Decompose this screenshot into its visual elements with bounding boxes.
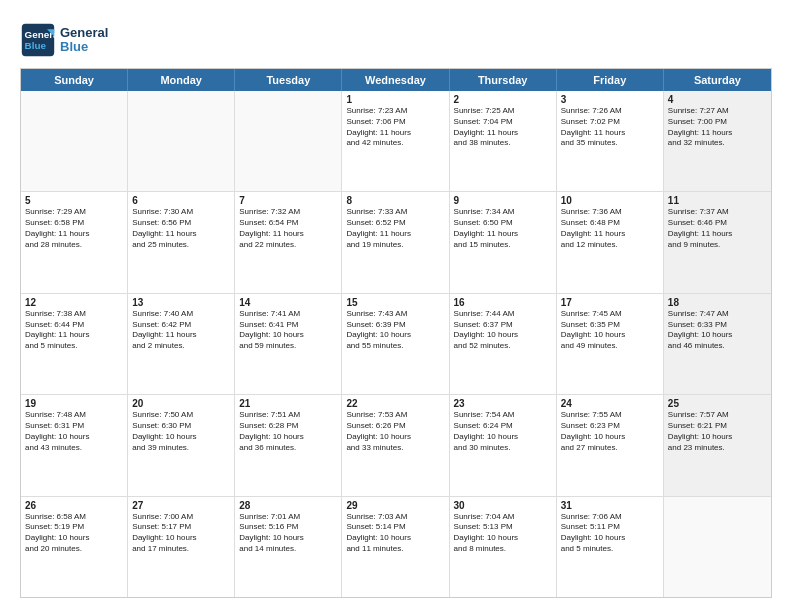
calendar-cell: 3Sunrise: 7:26 AM Sunset: 7:02 PM Daylig… xyxy=(557,91,664,191)
logo: General Blue General Blue xyxy=(20,22,108,58)
calendar-cell: 24Sunrise: 7:55 AM Sunset: 6:23 PM Dayli… xyxy=(557,395,664,495)
header-cell-friday: Friday xyxy=(557,69,664,91)
calendar-cell: 9Sunrise: 7:34 AM Sunset: 6:50 PM Daylig… xyxy=(450,192,557,292)
cell-text: Sunrise: 7:50 AM Sunset: 6:30 PM Dayligh… xyxy=(132,410,230,453)
calendar-cell: 14Sunrise: 7:41 AM Sunset: 6:41 PM Dayli… xyxy=(235,294,342,394)
day-number: 5 xyxy=(25,195,123,206)
cell-text: Sunrise: 7:44 AM Sunset: 6:37 PM Dayligh… xyxy=(454,309,552,352)
day-number: 2 xyxy=(454,94,552,105)
calendar-cell: 22Sunrise: 7:53 AM Sunset: 6:26 PM Dayli… xyxy=(342,395,449,495)
day-number: 23 xyxy=(454,398,552,409)
cell-text: Sunrise: 7:40 AM Sunset: 6:42 PM Dayligh… xyxy=(132,309,230,352)
calendar-cell: 6Sunrise: 7:30 AM Sunset: 6:56 PM Daylig… xyxy=(128,192,235,292)
header-cell-saturday: Saturday xyxy=(664,69,771,91)
header-cell-monday: Monday xyxy=(128,69,235,91)
cell-text: Sunrise: 7:37 AM Sunset: 6:46 PM Dayligh… xyxy=(668,207,767,250)
calendar-cell: 25Sunrise: 7:57 AM Sunset: 6:21 PM Dayli… xyxy=(664,395,771,495)
calendar-cell xyxy=(21,91,128,191)
cell-text: Sunrise: 7:04 AM Sunset: 5:13 PM Dayligh… xyxy=(454,512,552,555)
cell-text: Sunrise: 7:01 AM Sunset: 5:16 PM Dayligh… xyxy=(239,512,337,555)
header-cell-wednesday: Wednesday xyxy=(342,69,449,91)
cell-text: Sunrise: 6:58 AM Sunset: 5:19 PM Dayligh… xyxy=(25,512,123,555)
day-number: 1 xyxy=(346,94,444,105)
cell-text: Sunrise: 7:30 AM Sunset: 6:56 PM Dayligh… xyxy=(132,207,230,250)
logo-icon: General Blue xyxy=(20,22,56,58)
cell-text: Sunrise: 7:57 AM Sunset: 6:21 PM Dayligh… xyxy=(668,410,767,453)
calendar-cell: 12Sunrise: 7:38 AM Sunset: 6:44 PM Dayli… xyxy=(21,294,128,394)
header-cell-thursday: Thursday xyxy=(450,69,557,91)
day-number: 31 xyxy=(561,500,659,511)
calendar-cell: 16Sunrise: 7:44 AM Sunset: 6:37 PM Dayli… xyxy=(450,294,557,394)
calendar-cell: 30Sunrise: 7:04 AM Sunset: 5:13 PM Dayli… xyxy=(450,497,557,597)
day-number: 16 xyxy=(454,297,552,308)
calendar-cell: 17Sunrise: 7:45 AM Sunset: 6:35 PM Dayli… xyxy=(557,294,664,394)
cell-text: Sunrise: 7:43 AM Sunset: 6:39 PM Dayligh… xyxy=(346,309,444,352)
day-number: 15 xyxy=(346,297,444,308)
day-number: 18 xyxy=(668,297,767,308)
cell-text: Sunrise: 7:33 AM Sunset: 6:52 PM Dayligh… xyxy=(346,207,444,250)
calendar-cell: 26Sunrise: 6:58 AM Sunset: 5:19 PM Dayli… xyxy=(21,497,128,597)
cell-text: Sunrise: 7:54 AM Sunset: 6:24 PM Dayligh… xyxy=(454,410,552,453)
calendar-cell xyxy=(128,91,235,191)
day-number: 11 xyxy=(668,195,767,206)
svg-text:Blue: Blue xyxy=(25,40,47,51)
calendar-body: 1Sunrise: 7:23 AM Sunset: 7:06 PM Daylig… xyxy=(21,91,771,597)
calendar: SundayMondayTuesdayWednesdayThursdayFrid… xyxy=(20,68,772,598)
cell-text: Sunrise: 7:25 AM Sunset: 7:04 PM Dayligh… xyxy=(454,106,552,149)
calendar-cell xyxy=(664,497,771,597)
day-number: 9 xyxy=(454,195,552,206)
calendar-cell: 18Sunrise: 7:47 AM Sunset: 6:33 PM Dayli… xyxy=(664,294,771,394)
day-number: 25 xyxy=(668,398,767,409)
day-number: 4 xyxy=(668,94,767,105)
cell-text: Sunrise: 7:06 AM Sunset: 5:11 PM Dayligh… xyxy=(561,512,659,555)
calendar-cell: 2Sunrise: 7:25 AM Sunset: 7:04 PM Daylig… xyxy=(450,91,557,191)
cell-text: Sunrise: 7:51 AM Sunset: 6:28 PM Dayligh… xyxy=(239,410,337,453)
day-number: 6 xyxy=(132,195,230,206)
calendar-cell: 28Sunrise: 7:01 AM Sunset: 5:16 PM Dayli… xyxy=(235,497,342,597)
calendar-cell: 5Sunrise: 7:29 AM Sunset: 6:58 PM Daylig… xyxy=(21,192,128,292)
day-number: 24 xyxy=(561,398,659,409)
calendar-cell: 4Sunrise: 7:27 AM Sunset: 7:00 PM Daylig… xyxy=(664,91,771,191)
calendar-row-1: 5Sunrise: 7:29 AM Sunset: 6:58 PM Daylig… xyxy=(21,192,771,293)
calendar-cell: 15Sunrise: 7:43 AM Sunset: 6:39 PM Dayli… xyxy=(342,294,449,394)
calendar-row-0: 1Sunrise: 7:23 AM Sunset: 7:06 PM Daylig… xyxy=(21,91,771,192)
calendar-header: SundayMondayTuesdayWednesdayThursdayFrid… xyxy=(21,69,771,91)
day-number: 10 xyxy=(561,195,659,206)
cell-text: Sunrise: 7:53 AM Sunset: 6:26 PM Dayligh… xyxy=(346,410,444,453)
header-cell-tuesday: Tuesday xyxy=(235,69,342,91)
cell-text: Sunrise: 7:00 AM Sunset: 5:17 PM Dayligh… xyxy=(132,512,230,555)
calendar-cell: 11Sunrise: 7:37 AM Sunset: 6:46 PM Dayli… xyxy=(664,192,771,292)
cell-text: Sunrise: 7:45 AM Sunset: 6:35 PM Dayligh… xyxy=(561,309,659,352)
day-number: 28 xyxy=(239,500,337,511)
cell-text: Sunrise: 7:48 AM Sunset: 6:31 PM Dayligh… xyxy=(25,410,123,453)
calendar-cell: 21Sunrise: 7:51 AM Sunset: 6:28 PM Dayli… xyxy=(235,395,342,495)
day-number: 20 xyxy=(132,398,230,409)
page: General Blue General Blue SundayMondayTu… xyxy=(0,0,792,612)
day-number: 3 xyxy=(561,94,659,105)
calendar-cell: 27Sunrise: 7:00 AM Sunset: 5:17 PM Dayli… xyxy=(128,497,235,597)
calendar-row-3: 19Sunrise: 7:48 AM Sunset: 6:31 PM Dayli… xyxy=(21,395,771,496)
calendar-cell: 23Sunrise: 7:54 AM Sunset: 6:24 PM Dayli… xyxy=(450,395,557,495)
day-number: 19 xyxy=(25,398,123,409)
calendar-cell: 10Sunrise: 7:36 AM Sunset: 6:48 PM Dayli… xyxy=(557,192,664,292)
calendar-row-2: 12Sunrise: 7:38 AM Sunset: 6:44 PM Dayli… xyxy=(21,294,771,395)
calendar-cell: 29Sunrise: 7:03 AM Sunset: 5:14 PM Dayli… xyxy=(342,497,449,597)
day-number: 27 xyxy=(132,500,230,511)
day-number: 29 xyxy=(346,500,444,511)
day-number: 7 xyxy=(239,195,337,206)
calendar-cell: 7Sunrise: 7:32 AM Sunset: 6:54 PM Daylig… xyxy=(235,192,342,292)
day-number: 8 xyxy=(346,195,444,206)
calendar-cell: 1Sunrise: 7:23 AM Sunset: 7:06 PM Daylig… xyxy=(342,91,449,191)
calendar-cell: 13Sunrise: 7:40 AM Sunset: 6:42 PM Dayli… xyxy=(128,294,235,394)
day-number: 14 xyxy=(239,297,337,308)
cell-text: Sunrise: 7:47 AM Sunset: 6:33 PM Dayligh… xyxy=(668,309,767,352)
cell-text: Sunrise: 7:23 AM Sunset: 7:06 PM Dayligh… xyxy=(346,106,444,149)
calendar-cell: 20Sunrise: 7:50 AM Sunset: 6:30 PM Dayli… xyxy=(128,395,235,495)
calendar-cell: 8Sunrise: 7:33 AM Sunset: 6:52 PM Daylig… xyxy=(342,192,449,292)
cell-text: Sunrise: 7:36 AM Sunset: 6:48 PM Dayligh… xyxy=(561,207,659,250)
cell-text: Sunrise: 7:55 AM Sunset: 6:23 PM Dayligh… xyxy=(561,410,659,453)
header-cell-sunday: Sunday xyxy=(21,69,128,91)
day-number: 17 xyxy=(561,297,659,308)
day-number: 21 xyxy=(239,398,337,409)
cell-text: Sunrise: 7:34 AM Sunset: 6:50 PM Dayligh… xyxy=(454,207,552,250)
